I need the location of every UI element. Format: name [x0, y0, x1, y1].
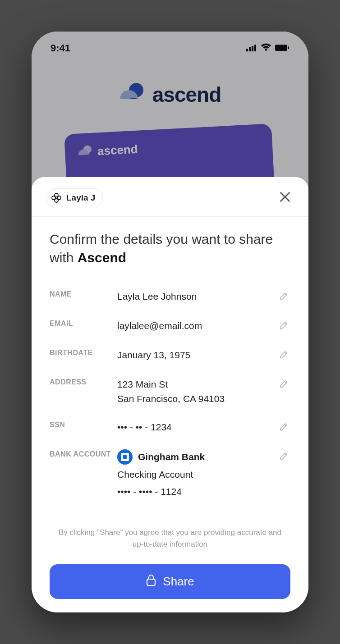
screen: 9:41 ascend	[32, 32, 308, 612]
label-birthdate: BIRTHDATE	[50, 348, 117, 357]
user-chip-label: Layla J	[66, 193, 95, 203]
address-line1: 123 Main St	[117, 379, 168, 389]
value-email: laylalee@email.com	[117, 319, 277, 333]
value-ssn: ••• - •• - 1234	[117, 420, 277, 434]
svg-point-12	[57, 196, 61, 200]
edit-birthdate-button[interactable]	[277, 348, 290, 363]
edit-address-button[interactable]	[277, 377, 290, 392]
row-bank: BANK ACCOUNT Gingham Bank Checking Accou…	[50, 442, 290, 506]
flower-icon	[51, 192, 62, 203]
label-name: NAME	[50, 289, 117, 298]
user-chip[interactable]: Layla J	[46, 188, 103, 207]
detail-list: NAME Layla Lee Johnson EMAIL laylalee@em…	[50, 282, 290, 506]
bank-badge-icon	[117, 449, 133, 465]
sheet-header: Layla J	[32, 188, 308, 217]
bank-header: Gingham Bank	[117, 449, 277, 465]
close-button[interactable]	[276, 188, 294, 207]
value-bank: Gingham Bank Checking Account •••• - •••…	[117, 449, 277, 498]
share-sheet: Layla J Confirm the details you want to …	[32, 177, 308, 612]
disclaimer-text: By clicking "Share" you agree that you a…	[32, 515, 308, 562]
heading-company: Ascend	[78, 250, 126, 265]
row-address: ADDRESS 123 Main St San Francisco, CA 94…	[50, 370, 290, 413]
bank-account-type: Checking Account	[117, 467, 277, 482]
edit-email-button[interactable]	[277, 319, 290, 333]
lock-icon	[146, 574, 156, 589]
svg-rect-13	[147, 579, 155, 585]
edit-ssn-button[interactable]	[277, 420, 290, 435]
row-email: EMAIL laylalee@email.com	[50, 311, 290, 341]
row-birthdate: BIRTHDATE January 13, 1975	[50, 341, 290, 370]
svg-point-11	[52, 196, 55, 200]
row-ssn: SSN ••• - •• - 1234	[50, 413, 290, 442]
bank-name: Gingham Bank	[138, 450, 205, 464]
label-ssn: SSN	[50, 420, 117, 429]
share-button[interactable]: Share	[50, 564, 290, 599]
share-button-label: Share	[163, 575, 194, 589]
edit-name-button[interactable]	[277, 289, 290, 304]
label-email: EMAIL	[50, 319, 117, 328]
sheet-body: Confirm the details you want to share wi…	[32, 217, 308, 506]
address-line2: San Francisco, CA 94103	[117, 392, 277, 406]
bank-masked: •••• - •••• - 1124	[117, 484, 277, 499]
pencil-icon	[279, 354, 289, 361]
pencil-icon	[279, 296, 289, 302]
pencil-icon	[279, 325, 289, 332]
value-birthdate: January 13, 1975	[117, 348, 277, 362]
pencil-icon	[279, 384, 289, 390]
value-address: 123 Main St San Francisco, CA 94103	[117, 377, 277, 406]
edit-bank-button[interactable]	[277, 449, 290, 464]
label-bank: BANK ACCOUNT	[50, 449, 117, 458]
close-icon	[279, 198, 291, 205]
value-name: Layla Lee Johnson	[117, 289, 277, 304]
pencil-icon	[279, 456, 289, 462]
phone-frame: 9:41 ascend	[32, 32, 308, 612]
pencil-icon	[279, 426, 289, 433]
label-address: ADDRESS	[50, 377, 117, 386]
sheet-heading: Confirm the details you want to share wi…	[50, 230, 290, 267]
row-name: NAME Layla Lee Johnson	[50, 282, 290, 311]
